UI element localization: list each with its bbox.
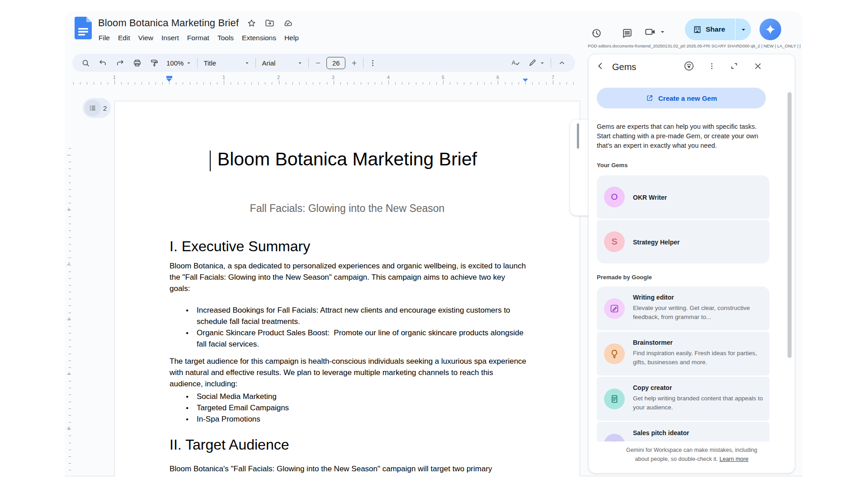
hide-menus-button[interactable] xyxy=(553,56,571,70)
gem-card-copy-creator[interactable]: Copy creator Get help writing branded co… xyxy=(597,377,769,421)
ruler-tick xyxy=(183,82,183,84)
share-button[interactable]: Share xyxy=(685,19,751,40)
menu-tools[interactable]: Tools xyxy=(213,32,238,44)
search-menus-button[interactable] xyxy=(77,56,94,70)
first-line-indent-marker[interactable] xyxy=(166,76,172,78)
font-select[interactable]: Arial xyxy=(258,56,306,70)
print-button[interactable] xyxy=(128,56,146,70)
ruler-tick xyxy=(69,367,71,368)
dogfood-button[interactable] xyxy=(681,58,697,74)
ruler-tick xyxy=(69,354,71,354)
decrease-font-size-button[interactable] xyxy=(311,56,325,70)
menu-view[interactable]: View xyxy=(134,32,157,44)
gem-avatar: S xyxy=(604,231,625,252)
chevron-down-icon xyxy=(245,61,250,66)
share-dropdown[interactable] xyxy=(736,27,751,33)
document-subtitle[interactable]: Fall Facials: Glowing into the New Seaso… xyxy=(115,202,580,215)
font-size-input[interactable] xyxy=(326,57,345,69)
ruler-label: 1 xyxy=(222,75,225,80)
paw-icon xyxy=(684,61,694,71)
document-title[interactable]: Bloom Botanica Marketing Brief xyxy=(115,149,580,170)
gem-description: Find inspiration easily. Fresh ideas for… xyxy=(633,349,764,366)
menu-format[interactable]: Format xyxy=(183,32,213,44)
menu-bar: File Edit View Insert Format Tools Exten… xyxy=(94,32,303,44)
document-scrollbar-thumb[interactable] xyxy=(577,123,579,149)
tabs-outline-toggle[interactable]: 2 xyxy=(83,98,111,118)
comments-button[interactable] xyxy=(618,24,636,42)
target-audience-heading[interactable]: II. Target Audience xyxy=(170,436,289,453)
bullet-item[interactable]: Organic Skincare Product Sales Boost: Pr… xyxy=(191,327,528,350)
ruler-tick xyxy=(101,82,101,84)
spelling-check-button[interactable]: A xyxy=(507,56,524,70)
more-options-button[interactable] xyxy=(366,56,379,70)
menu-extensions[interactable]: Extensions xyxy=(238,32,280,44)
back-button[interactable] xyxy=(592,58,609,74)
cloud-status-icon[interactable] xyxy=(283,18,293,28)
version-history-button[interactable] xyxy=(587,24,605,42)
ruler-tick xyxy=(69,216,71,217)
ruler-tick xyxy=(553,80,553,84)
spellcheck-icon: A xyxy=(511,58,521,68)
star-icon[interactable] xyxy=(247,19,256,28)
pen-tool-select[interactable] xyxy=(524,56,548,70)
ruler-tick xyxy=(210,82,211,84)
doc-title[interactable]: Bloom Botanica Marketing Brief xyxy=(98,17,239,29)
ruler-tick xyxy=(429,82,430,84)
target-paragraph-1[interactable]: Bloom Botanica's "Fall Facials: Glowing … xyxy=(170,463,528,474)
redo-icon xyxy=(115,58,125,68)
zoom-select[interactable]: 100% xyxy=(163,56,195,70)
bullet-item[interactable]: Targeted Email Campaigns xyxy=(191,402,528,413)
bullet-item[interactable]: Increased Bookings for Fall Facials: Att… xyxy=(191,305,528,327)
ruler-tick xyxy=(388,80,389,84)
increase-font-size-button[interactable] xyxy=(347,56,361,70)
expand-icon xyxy=(730,61,739,70)
docs-logo-icon[interactable] xyxy=(75,17,92,39)
exec-paragraph-2[interactable]: The target audience for this campaign is… xyxy=(170,356,528,389)
ruler-tick xyxy=(532,82,533,84)
gemini-button[interactable] xyxy=(760,19,781,40)
menu-file[interactable]: File xyxy=(94,32,114,44)
meet-presentation-button[interactable] xyxy=(644,26,665,38)
exec-summary-heading[interactable]: I. Executive Summary xyxy=(170,238,310,255)
move-folder-icon[interactable] xyxy=(264,18,274,28)
close-panel-button[interactable] xyxy=(750,58,766,74)
create-new-gem-button[interactable]: Create a new Gem xyxy=(597,88,766,108)
ruler-tick xyxy=(334,80,334,84)
vertical-ruler[interactable]: 12345 xyxy=(65,130,72,476)
svg-text:A: A xyxy=(512,59,516,66)
ruler-tick xyxy=(69,443,71,443)
exec-paragraph-1[interactable]: Bloom Botanica, a spa dedicated to perso… xyxy=(170,260,528,294)
paint-format-button[interactable] xyxy=(146,56,163,70)
ruler-tick xyxy=(69,148,71,149)
ruler-tick xyxy=(245,82,245,84)
open-in-new-icon xyxy=(646,94,654,102)
gem-card-strategy-helper[interactable]: S Strategy Helper xyxy=(597,220,769,263)
channels-bullet-list: Social Media Marketing Targeted Email Ca… xyxy=(191,391,528,425)
ruler-tick xyxy=(69,169,71,169)
menu-edit[interactable]: Edit xyxy=(114,32,134,44)
ruler-tick xyxy=(217,82,217,84)
ruler-label: 5 xyxy=(442,75,444,80)
ruler-tick xyxy=(258,82,259,84)
bullet-item[interactable]: In-Spa Promotions xyxy=(191,413,528,425)
kebab-menu-icon xyxy=(708,62,716,70)
menu-help[interactable]: Help xyxy=(280,32,303,44)
expand-panel-button[interactable] xyxy=(726,58,742,74)
gem-card-okr-writer[interactable]: O OKR Writer xyxy=(597,175,769,219)
bullet-item[interactable]: Social Media Marketing xyxy=(191,391,528,402)
gem-card-writing-editor[interactable]: Writing editor Elevate your writing. Get… xyxy=(597,286,769,330)
toolbar-divider xyxy=(308,58,309,68)
right-indent-marker[interactable] xyxy=(523,79,528,82)
undo-button[interactable] xyxy=(94,56,111,70)
document-page[interactable]: Bloom Botanica Marketing Brief Fall Faci… xyxy=(114,101,580,476)
horizontal-ruler[interactable]: 11234567 xyxy=(72,75,579,85)
ruler-tick xyxy=(121,82,122,84)
learn-more-link[interactable]: Learn more xyxy=(720,456,749,462)
menu-insert[interactable]: Insert xyxy=(157,32,183,44)
ruler-tick xyxy=(128,82,128,84)
paragraph-style-select[interactable]: Title xyxy=(200,56,253,70)
panel-scrollbar-thumb[interactable] xyxy=(788,92,792,358)
panel-more-button[interactable] xyxy=(703,58,720,74)
gem-card-brainstormer[interactable]: Brainstormer Find inspiration easily. Fr… xyxy=(597,332,769,375)
redo-button[interactable] xyxy=(111,56,128,70)
